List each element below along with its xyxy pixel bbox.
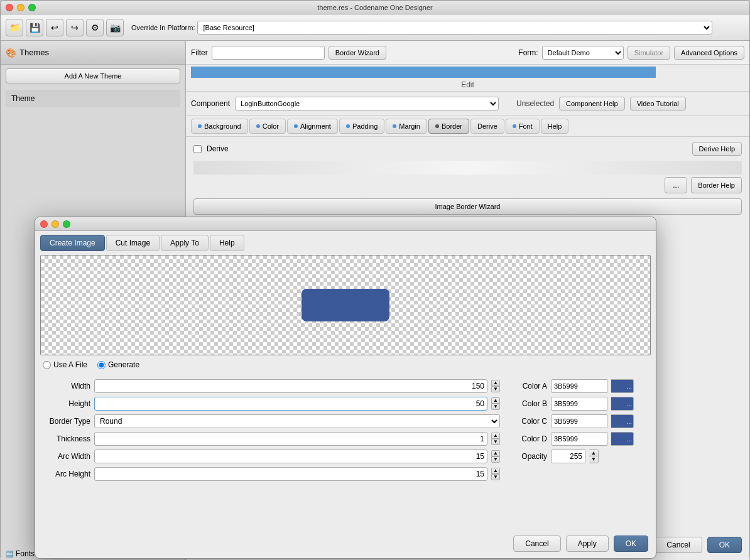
color-c-swatch-button[interactable]	[611, 414, 634, 428]
width-label: Width	[40, 382, 90, 390]
thickness-input[interactable]	[94, 432, 487, 446]
tab-derive[interactable]: Derive	[470, 119, 504, 134]
tab-font[interactable]: Font	[506, 119, 540, 134]
dialog-footer: Cancel Apply OK	[513, 536, 648, 552]
dialog-cancel-button[interactable]: Cancel	[513, 536, 560, 552]
add-theme-button[interactable]: Add A New Theme	[6, 68, 180, 83]
thickness-row: Thickness ▲ ▼	[40, 432, 500, 446]
thickness-up-button[interactable]: ▲	[491, 433, 500, 439]
maximize-button[interactable]	[28, 4, 36, 11]
arc-width-up-button[interactable]: ▲	[491, 450, 500, 456]
border-type-row: Border Type Round	[40, 414, 500, 428]
tab-background[interactable]: Background	[191, 119, 248, 134]
color-d-swatch-button[interactable]	[611, 432, 634, 446]
dialog-tab-apply-to[interactable]: Apply To	[161, 235, 209, 251]
use-file-radio-label[interactable]: Use A File	[43, 360, 87, 369]
color-d-input[interactable]	[551, 432, 607, 446]
dialog-ok-button[interactable]: OK	[614, 536, 648, 552]
close-button[interactable]	[6, 4, 13, 11]
height-down-button[interactable]: ▼	[491, 404, 500, 410]
arc-width-label: Arc Width	[40, 452, 90, 461]
advanced-options-button[interactable]: Advanced Options	[674, 46, 744, 60]
tab-label-font: Font	[519, 122, 533, 130]
use-file-radio[interactable]	[43, 361, 51, 369]
tab-border[interactable]: Border	[428, 119, 469, 134]
dialog-apply-button[interactable]: Apply	[566, 536, 609, 552]
form-select[interactable]: Default Demo	[542, 46, 624, 60]
arc-width-row: Arc Width ▲ ▼	[40, 450, 500, 463]
generate-radio[interactable]	[97, 361, 106, 369]
derive-help-button[interactable]: Derive Help	[692, 142, 742, 156]
color-a-swatch-button[interactable]	[611, 379, 634, 393]
override-label: Override In Platform:	[131, 24, 195, 31]
dialog-tab-cut-image[interactable]: Cut Image	[106, 235, 160, 251]
component-help-button[interactable]: Component Help	[559, 97, 625, 110]
dialog-max-button[interactable]	[63, 220, 70, 228]
arc-height-stepper: ▲ ▼	[491, 468, 500, 480]
toolbar-icon-2[interactable]: 💾	[26, 19, 43, 36]
dialog-close-button[interactable]	[40, 220, 48, 228]
theme-item[interactable]: Theme	[6, 90, 180, 107]
toolbar-icon-3[interactable]: ↩	[46, 19, 63, 36]
arc-height-input[interactable]	[94, 467, 487, 481]
color-c-input[interactable]	[551, 414, 607, 428]
source-row: Use A File Generate	[35, 355, 656, 374]
filter-input[interactable]	[212, 46, 325, 60]
opacity-input[interactable]	[551, 450, 585, 463]
dialog-min-button[interactable]	[52, 220, 59, 228]
dialog-tab-help[interactable]: Help	[210, 235, 244, 251]
arc-height-down-button[interactable]: ▼	[491, 474, 500, 480]
tab-dot-alignment	[294, 124, 298, 128]
arc-width-input[interactable]	[94, 450, 487, 463]
width-down-button[interactable]: ▼	[491, 386, 500, 392]
image-border-wizard-button[interactable]: Image Border Wizard	[193, 198, 742, 215]
width-up-button[interactable]: ▲	[491, 380, 500, 386]
dialog-tab-create-image[interactable]: Create Image	[40, 235, 105, 251]
tab-alignment[interactable]: Alignment	[287, 119, 338, 134]
component-select[interactable]: LoginButtonGoogle	[235, 97, 499, 110]
simulator-button[interactable]: Simulator	[628, 46, 670, 60]
color-b-swatch-button[interactable]	[611, 397, 634, 411]
tab-color[interactable]: Color	[249, 119, 286, 134]
toolbar-icon-4[interactable]: ↪	[66, 19, 84, 36]
tab-label-derive: Derive	[477, 122, 497, 130]
filter-bar: Filter Border Wizard Form: Default Demo …	[186, 41, 749, 65]
edit-label: Edit	[461, 80, 474, 89]
border-type-select[interactable]: Round	[94, 414, 500, 428]
main-cancel-button[interactable]: Cancel	[655, 537, 702, 553]
tab-help[interactable]: Help	[541, 119, 569, 134]
toolbar-icon-1[interactable]: 📁	[6, 19, 23, 36]
border-help-button[interactable]: Border Help	[691, 177, 742, 193]
height-input[interactable]	[94, 397, 487, 411]
generate-radio-label[interactable]: Generate	[97, 360, 139, 369]
arc-height-row: Arc Height ▲ ▼	[40, 467, 500, 481]
height-up-button[interactable]: ▲	[491, 397, 500, 404]
title-bar-buttons	[6, 4, 36, 11]
thickness-down-button[interactable]: ▼	[491, 439, 500, 445]
width-input[interactable]	[94, 379, 487, 393]
tab-margin[interactable]: Margin	[386, 119, 427, 134]
opacity-up-button[interactable]: ▲	[589, 450, 598, 456]
derive-label: Derive	[207, 144, 229, 153]
arc-width-down-button[interactable]: ▼	[491, 456, 500, 463]
derive-checkbox[interactable]	[193, 145, 202, 153]
arc-height-up-button[interactable]: ▲	[491, 468, 500, 474]
more-button[interactable]: ...	[665, 177, 687, 193]
color-b-label: Color B	[513, 399, 547, 408]
color-a-input[interactable]	[551, 379, 607, 393]
tab-label-alignment: Alignment	[300, 122, 331, 130]
border-wizard-button[interactable]: Border Wizard	[329, 46, 386, 60]
color-d-row: Color D	[513, 432, 651, 446]
opacity-down-button[interactable]: ▼	[589, 456, 598, 463]
height-stepper: ▲ ▼	[491, 397, 500, 410]
tab-padding[interactable]: Padding	[339, 119, 384, 134]
minimize-button[interactable]	[17, 4, 24, 11]
video-tutorial-button[interactable]: Video Tutorial	[630, 97, 686, 110]
main-footer: Cancel OK	[655, 537, 742, 553]
component-label: Component	[191, 99, 230, 108]
toolbar-icon-6[interactable]: 📷	[106, 19, 124, 36]
toolbar-icon-5[interactable]: ⚙	[86, 19, 104, 36]
main-ok-button[interactable]: OK	[707, 537, 742, 553]
override-select[interactable]: [Base Resource]	[197, 21, 712, 35]
color-b-input[interactable]	[551, 397, 607, 411]
